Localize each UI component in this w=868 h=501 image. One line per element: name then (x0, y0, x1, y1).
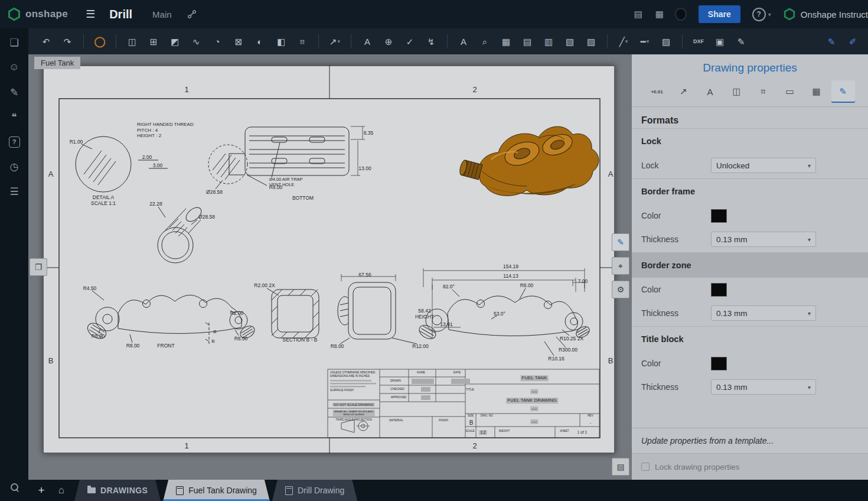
undo-button[interactable]: ↶ (37, 32, 55, 50)
break-out-view-button[interactable]: ◐ (251, 32, 269, 50)
overlay-edit-button[interactable]: ✎ (612, 233, 629, 251)
insert-image-button[interactable]: ▣ (711, 32, 729, 50)
drawing-annotation: ---- (530, 389, 538, 394)
revision-table-button[interactable]: ▧ (561, 32, 579, 50)
title-block-color-swatch[interactable] (711, 357, 727, 370)
border-frame-color-swatch[interactable] (711, 209, 727, 223)
broken-view-button[interactable]: ⊠ (230, 32, 247, 50)
inspection-button[interactable]: ✓ (401, 32, 419, 50)
update-views-button[interactable]: ◯ (91, 32, 109, 50)
section-view-button[interactable]: ∿ (187, 32, 205, 50)
sheets-list-button[interactable]: ❐ (30, 258, 47, 276)
detail-view-button[interactable]: ◔ (208, 32, 226, 50)
styles-tab[interactable]: ✎ (831, 80, 855, 103)
checkmark-icon: ✓ (406, 37, 414, 46)
gdt-button[interactable]: ⊕ (380, 32, 397, 50)
drawing-annotation: SHEET (560, 430, 569, 433)
apps-button[interactable]: ▦ (650, 5, 669, 24)
tables-tab[interactable]: ▦ (805, 80, 828, 103)
weld-symbol-button[interactable]: ↯ (422, 32, 440, 50)
tab-drawings-folder[interactable]: DRAWINGS (74, 480, 161, 501)
add-sheet-button[interactable]: + (32, 480, 51, 501)
help-parts-button[interactable]: ? (5, 132, 24, 151)
globe-button[interactable] (671, 5, 690, 24)
dimension-button[interactable]: ↗▾ (326, 32, 344, 50)
spline-button[interactable]: ✎ (732, 32, 750, 50)
show-hidden-lines-button[interactable]: ◧ (272, 32, 290, 50)
tasks-button[interactable]: ▤ (629, 5, 648, 24)
title-block-thickness-select[interactable]: 0.13 mm (711, 379, 816, 395)
history-button[interactable]: ◷ (5, 157, 24, 176)
sheet-stamp-button[interactable]: ▤ (612, 458, 629, 476)
drawing-annotation: FUEL TANK (521, 375, 549, 381)
notes-button[interactable]: ☰ (5, 182, 24, 201)
border-zone-thickness-select[interactable]: 0.13 mm (711, 305, 816, 321)
note-button[interactable]: A (358, 32, 376, 50)
sheet-properties-button[interactable]: ✐ (844, 32, 862, 50)
auxiliary-view-button[interactable]: ◩ (166, 32, 184, 50)
line-thickness-button[interactable]: ━▾ (636, 32, 654, 50)
user-add-button[interactable]: ☺ (5, 58, 24, 77)
precision-tab[interactable]: +0.01 (645, 80, 669, 103)
formats-heading: Formats (632, 107, 868, 127)
drawing-sheet-icon (176, 486, 184, 495)
find-annotation-button[interactable]: ⌕ (476, 32, 494, 50)
tasks-panel-button[interactable]: ❏ (5, 33, 24, 52)
drawing-canvas[interactable]: Fuel Tank (28, 54, 632, 480)
drawing-annotation: 67.56 (358, 272, 371, 278)
border-zone-color-swatch[interactable] (711, 283, 727, 297)
export-dxf-button[interactable]: DXF (690, 32, 707, 50)
arrows-tab[interactable]: ↗ (672, 80, 696, 103)
comments-button[interactable]: ❝ (5, 108, 24, 126)
hamburger-menu-icon[interactable]: ☰ (82, 7, 99, 21)
line-style-button[interactable]: ╱▾ (615, 32, 632, 50)
drawing-sheet[interactable]: 1212ABABRIGHT HANDED THREAD PITCH : 4 HE… (43, 65, 615, 454)
document-title: Drill (109, 8, 132, 21)
crop-view-button[interactable]: ⌗ (293, 32, 311, 50)
drawing-annotation: 2.00 (142, 154, 152, 160)
help-button[interactable]: ? ▾ (749, 7, 775, 22)
drawing-annotation: 1 of 1 (577, 430, 587, 435)
share-button[interactable]: Share (699, 5, 740, 23)
update-from-template-link[interactable]: Update properties from a template... (632, 428, 868, 453)
toolbar-separator (83, 34, 84, 48)
border-frame-thickness-select[interactable]: 0.13 mm (711, 232, 816, 247)
table-button[interactable]: ▦ (497, 32, 515, 50)
drawing-annotation: - (590, 421, 591, 425)
bom-table-button[interactable]: ▥ (540, 32, 557, 50)
projected-view-button[interactable]: ⊞ (145, 32, 162, 50)
overlay-settings-button[interactable]: ⚙ (612, 281, 629, 298)
insert-view-button[interactable]: ◫ (123, 32, 141, 50)
drawing-annotation: DETAIL A SCALE 1:1 (91, 194, 116, 206)
markup-button[interactable]: ✎ (5, 83, 24, 102)
drawing-annotation: B (211, 339, 214, 344)
hatch-button[interactable]: ▨ (657, 32, 675, 50)
text-tab[interactable]: A (699, 80, 722, 103)
home-button[interactable]: ⌂ (51, 480, 72, 501)
search-button[interactable] (5, 477, 24, 496)
tab-fuel-tank-drawing[interactable]: Fuel Tank Drawing (163, 480, 270, 501)
lock-drawing-properties-checkbox[interactable] (641, 463, 650, 471)
dimension-icon: ↗ (329, 37, 337, 46)
enterprise-account[interactable]: Onshape Instruct (783, 8, 868, 21)
hole-table-button[interactable]: ▤ (518, 32, 536, 50)
left-rail: ❏☺✎❝?◷☰ (0, 28, 28, 501)
spline-icon: ✎ (738, 37, 745, 46)
text-button[interactable]: A (455, 32, 472, 50)
format-check-icon: ✎ (839, 86, 847, 97)
branch-selector[interactable]: Main (149, 9, 175, 20)
redo-button[interactable]: ↷ (58, 32, 76, 50)
overlay-display-button[interactable]: ⌖ (612, 257, 629, 275)
drawing-properties-button[interactable]: ✎ (823, 32, 840, 50)
units-tab[interactable]: ⌗ (752, 80, 775, 103)
tab-drill-drawing[interactable]: Drill Drawing (272, 480, 357, 501)
version-link-icon[interactable] (184, 9, 200, 19)
zone-label: 2 (472, 85, 477, 95)
onshape-logo-icon[interactable] (7, 7, 21, 21)
cutlist-table-button[interactable]: ▨ (582, 32, 600, 50)
lock-select[interactable]: Unlocked (711, 158, 816, 173)
border-tab[interactable]: ▭ (778, 80, 802, 103)
drawing-annotation: DATE (453, 371, 461, 375)
drawing-properties-icon: ✎ (828, 37, 836, 46)
views-tab[interactable]: ◫ (725, 80, 749, 103)
